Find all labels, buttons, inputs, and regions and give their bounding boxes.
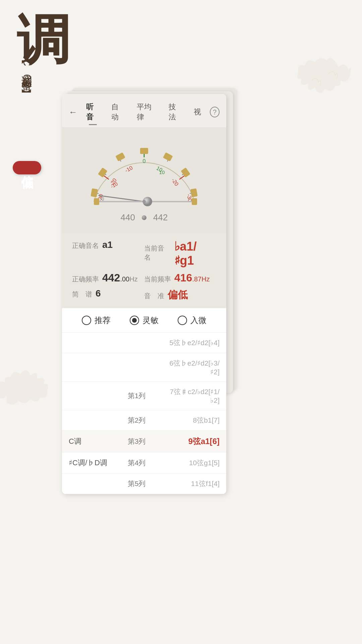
- sensitivity-recommend[interactable]: 推荐: [82, 315, 111, 326]
- svg-rect-19: [140, 148, 148, 154]
- nav-item-visual[interactable]: 视: [190, 105, 204, 119]
- svg-rect-28: [94, 198, 99, 205]
- correct-note-item: 正确音名 a1: [72, 239, 144, 268]
- sensitivity-sensitive[interactable]: 灵敏: [130, 315, 159, 326]
- row-col: 第3列: [109, 437, 164, 446]
- row-string-active: 9弦a1[6]: [164, 436, 220, 447]
- nav-item-listen[interactable]: 听音: [83, 100, 103, 124]
- svg-rect-22: [90, 188, 98, 197]
- nav-item-equal[interactable]: 平均律: [133, 100, 160, 124]
- svg-rect-23: [163, 152, 173, 161]
- row-string: 6弦♭e2/♯d2[♭3/♯2]: [164, 359, 220, 376]
- cloud-bottom-left-decoration: [0, 342, 67, 409]
- svg-text:-20: -20: [171, 177, 180, 187]
- radio-fine[interactable]: [178, 316, 187, 325]
- back-button[interactable]: ←: [69, 107, 77, 117]
- svg-text:-0: -0: [100, 196, 104, 202]
- table-row[interactable]: 第2列 8弦b1[7]: [62, 410, 226, 431]
- row-string: 7弦♯c2/♭d2[♯1/♭2]: [164, 387, 220, 405]
- table-row[interactable]: 第1列 7弦♯c2/♭d2[♯1/♭2]: [62, 382, 226, 410]
- svg-point-31: [142, 200, 146, 203]
- row-col: 第2列: [109, 416, 164, 425]
- sensitivity-fine-label: 入微: [190, 315, 206, 326]
- current-note-value: ♭a1/♯g1: [174, 239, 216, 268]
- instrument-label: 【C调扬琴中音6】: [19, 57, 35, 83]
- sensitivity-row: 推荐 灵敏 入微: [62, 308, 226, 333]
- card-stack: ← 听音 自动 平均律 技法 视 ?: [62, 94, 233, 494]
- correct-freq-label: 正确频率: [72, 275, 99, 284]
- correct-note-value: a1: [102, 239, 113, 250]
- current-note-label: 当前音名: [144, 244, 171, 262]
- row-key: ♯C调/♭D调: [69, 458, 109, 468]
- table-row[interactable]: 第5列 11弦f1[4]: [62, 474, 226, 494]
- correct-freq-value: 442.00Hz: [102, 272, 138, 284]
- nav-bar: ← 听音 自动 平均律 技法 视 ?: [62, 94, 226, 128]
- sensitivity-sensitive-label: 灵敏: [142, 315, 159, 326]
- radio-recommend[interactable]: [82, 316, 91, 325]
- current-note-item: 当前音名 ♭a1/♯g1: [144, 239, 216, 268]
- table-row-current[interactable]: C调 第3列 9弦a1[6]: [62, 431, 226, 452]
- row-string: 11弦f1[4]: [164, 479, 220, 488]
- sensitivity-fine[interactable]: 入微: [178, 315, 206, 326]
- sensitivity-recommend-label: 推荐: [95, 315, 111, 326]
- info-grid: 正确音名 a1 当前音名 ♭a1/♯g1 正确频率 442.00Hz 当前频率 …: [62, 233, 226, 308]
- jianpu-label: 简 谱: [72, 290, 92, 299]
- current-freq-item: 当前频率 416.87Hz: [144, 272, 216, 284]
- tuner-area: 0 -10 10: [62, 128, 226, 233]
- row-col: 第5列: [109, 479, 164, 488]
- correct-freq-item: 正确频率 442.00Hz: [72, 272, 144, 284]
- nav-item-technique[interactable]: 技法: [165, 100, 185, 124]
- svg-rect-21: [98, 167, 108, 177]
- current-freq-label: 当前频率: [144, 275, 171, 284]
- cloud-top-right-decoration: [278, 54, 352, 114]
- svg-rect-29: [192, 198, 197, 205]
- current-freq-value: 416.87Hz: [174, 272, 210, 284]
- pitch-item: 音 准 偏低: [144, 288, 216, 302]
- row-key: C调: [69, 436, 109, 446]
- jianpu-value: 6: [96, 288, 101, 299]
- row-string: 8弦b1[7]: [164, 416, 220, 425]
- nav-item-auto[interactable]: 自动: [108, 100, 128, 124]
- row-col: 第1列: [109, 391, 164, 400]
- freq-ref-dot: [142, 215, 146, 220]
- help-button[interactable]: ?: [210, 107, 220, 117]
- jianpu-item: 简 谱 6: [72, 288, 144, 302]
- tuner-meter: 0 -10 10: [69, 131, 220, 208]
- correct-note-label: 正确音名: [72, 241, 99, 250]
- row-string: 10弦g1[5]: [164, 458, 220, 468]
- pitch-value: 偏低: [168, 288, 188, 302]
- svg-line-26: [99, 196, 144, 202]
- svg-text:0: 0: [143, 158, 146, 164]
- pitch-label: 音 准: [144, 291, 164, 301]
- row-col: 第4列: [109, 458, 164, 468]
- radio-sensitive[interactable]: [130, 316, 139, 325]
- freq-ref-left: 440: [121, 212, 135, 223]
- freq-ref-right: 442: [153, 212, 168, 223]
- status-badge: 偏低: [13, 161, 41, 174]
- table-row[interactable]: 6弦♭e2/♯d2[♭3/♯2]: [62, 353, 226, 382]
- radio-sensitive-inner: [132, 318, 137, 323]
- svg-rect-24: [181, 167, 190, 177]
- string-table: 5弦♭e2/♯d2[♭4] 6弦♭e2/♯d2[♭3/♯2] 第1列 7弦♯c2…: [62, 333, 226, 494]
- svg-text:-10: -10: [74, 131, 78, 132]
- main-card: ← 听音 自动 平均律 技法 视 ?: [62, 94, 226, 494]
- meter-svg: 0 -10 10: [74, 131, 215, 208]
- table-row[interactable]: 5弦♭e2/♯d2[♭4]: [62, 333, 226, 353]
- svg-rect-20: [115, 152, 125, 161]
- row-string: 5弦♭e2/♯d2[♭4]: [164, 338, 220, 347]
- freq-reference-row: 440 442: [69, 208, 220, 227]
- table-row[interactable]: ♯C调/♭D调 第4列 10弦g1[5]: [62, 452, 226, 474]
